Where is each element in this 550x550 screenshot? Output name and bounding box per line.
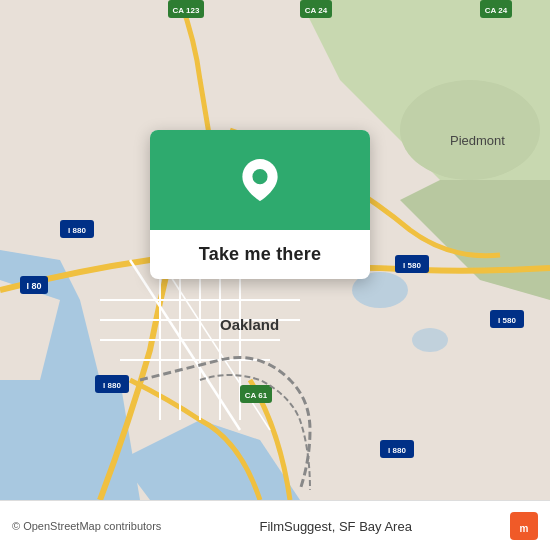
svg-text:Piedmont: Piedmont	[450, 133, 505, 148]
svg-text:I 580: I 580	[403, 261, 421, 270]
svg-text:CA 24: CA 24	[485, 6, 508, 15]
moovit-logo: m	[510, 512, 538, 540]
svg-text:m: m	[520, 523, 529, 534]
svg-point-5	[412, 328, 448, 352]
svg-text:I 880: I 880	[388, 446, 406, 455]
map-container: I 80 I 880 I 880 I 580 I 580 CA 24 CA 24…	[0, 0, 550, 500]
svg-text:CA 61: CA 61	[245, 391, 268, 400]
app-info: FilmSuggest, SF Bay Area	[259, 519, 411, 534]
bottom-bar: © OpenStreetMap contributors FilmSuggest…	[0, 500, 550, 550]
svg-text:I 880: I 880	[68, 226, 86, 235]
take-me-there-button[interactable]: Take me there	[150, 230, 370, 279]
copyright-text: © OpenStreetMap contributors	[12, 520, 161, 532]
svg-text:Oakland: Oakland	[220, 316, 279, 333]
svg-point-43	[252, 169, 267, 184]
moovit-icon: m	[510, 512, 538, 540]
svg-text:I 880: I 880	[103, 381, 121, 390]
navigation-card: Take me there	[150, 130, 370, 279]
app-info-section: FilmSuggest, SF Bay Area	[259, 517, 411, 535]
take-me-there-label[interactable]: Take me there	[199, 244, 321, 265]
svg-point-8	[400, 80, 540, 180]
svg-text:CA 24: CA 24	[305, 6, 328, 15]
card-header	[150, 130, 370, 230]
location-pin-icon	[239, 159, 281, 201]
svg-text:I 580: I 580	[498, 316, 516, 325]
svg-text:I 80: I 80	[26, 281, 41, 291]
svg-text:CA 123: CA 123	[173, 6, 200, 15]
